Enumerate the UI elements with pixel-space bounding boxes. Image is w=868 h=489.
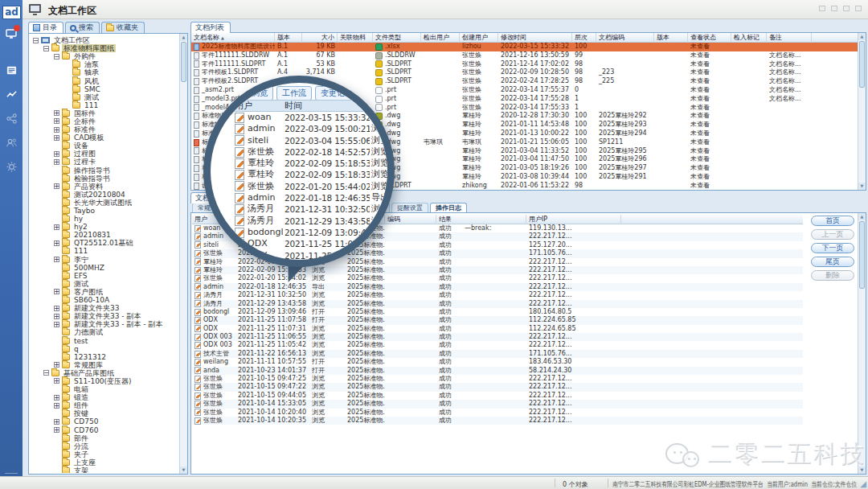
tree-item[interactable]: 设备: [30, 142, 178, 150]
column-header-0[interactable]: 文档名称▲: [191, 33, 275, 43]
tree-item[interactable]: hy: [30, 215, 178, 223]
expand-icon[interactable]: +: [54, 240, 59, 246]
column-header-2[interactable]: 大小: [302, 33, 338, 43]
tree-item[interactable]: 电箱: [30, 385, 178, 393]
settings-icon[interactable]: [4, 159, 18, 174]
expand-icon[interactable]: +: [54, 257, 59, 262]
tree-item[interactable]: +产品资料: [30, 183, 178, 191]
column-header-4[interactable]: 文件类型: [373, 33, 421, 43]
tree-item[interactable]: −外购件: [30, 52, 178, 60]
maximize-button[interactable]: [843, 6, 850, 11]
tree-item[interactable]: +组件: [30, 401, 178, 409]
tree-item[interactable]: +李宁: [30, 256, 178, 264]
tree-item[interactable]: 夹子: [30, 450, 178, 458]
tree-item[interactable]: +新建文件夹33 - 副本: [30, 312, 178, 320]
column-header-6[interactable]: 创建用户: [460, 33, 498, 43]
expand-icon[interactable]: +: [54, 378, 59, 384]
tree-item[interactable]: 测试: [30, 280, 178, 288]
tree-item[interactable]: 支架: [30, 466, 178, 473]
chart-icon[interactable]: [4, 87, 18, 101]
scroll-thumb[interactable]: [859, 221, 865, 289]
tree-item[interactable]: +QT25512.01基础: [30, 239, 178, 247]
column-header-12[interactable]: 检入标记: [731, 33, 767, 43]
tree-item[interactable]: SMC: [30, 85, 178, 93]
library-icon[interactable]: [4, 63, 18, 77]
tree-item[interactable]: +过程卡: [30, 158, 178, 166]
tree-item[interactable]: −基础产品库图纸: [30, 369, 178, 377]
pager-button-首页[interactable]: 首页: [811, 216, 854, 226]
table-row[interactable]: 零件111111.SLDDRWA.167 KB.SLDDRW张世焕2021-12…: [191, 51, 866, 60]
tree-item[interactable]: SB60-10A: [30, 296, 178, 304]
log-row[interactable]: 技术主管2021-11-22 16:56:13浏览2025标准物...成功171…: [192, 350, 803, 358]
scroll-up-icon[interactable]: ▲: [858, 213, 866, 220]
log-row[interactable]: anda2021-10-23 14:01:37打开2025标准物...成功58.…: [192, 367, 803, 375]
log-row[interactable]: ODX 0032021-11-25 11:06:55浏览2025标准物...成功…: [192, 333, 803, 341]
log-row[interactable]: 张世焕2021-10-14 15:33:05浏览2025标准物...成功222.…: [192, 400, 803, 408]
table-row[interactable]: 2025标准物料库图纸设计开...B.119 KB.xlsxlizhou2022…: [191, 43, 866, 51]
left-tab-收藏夹[interactable]: 收藏夹: [101, 22, 145, 33]
tree-item[interactable]: test: [30, 336, 178, 344]
tree-item[interactable]: 111: [30, 247, 178, 255]
tree-item[interactable]: 分流: [30, 442, 178, 450]
log-column-header-6[interactable]: 用户IP: [526, 215, 621, 224]
document-scrollbar[interactable]: ▲ ▼: [858, 33, 866, 190]
column-header-13[interactable]: 备注: [767, 33, 812, 43]
tab-document-list[interactable]: 文档列表: [190, 22, 231, 33]
tree-item[interactable]: +企标件: [30, 117, 178, 125]
users-icon[interactable]: [4, 135, 18, 150]
tree-item[interactable]: 按键: [30, 409, 178, 417]
tree-item[interactable]: 测试20210804: [30, 191, 178, 199]
pager-button-尾页[interactable]: 尾页: [811, 257, 854, 267]
close-button[interactable]: [855, 6, 862, 11]
log-row[interactable]: weilang2021-11-11 10:57:55打开2025标准物...成功…: [192, 358, 803, 366]
tree-item[interactable]: +过程图: [30, 150, 178, 158]
scroll-thumb[interactable]: [181, 42, 186, 82]
tree-item[interactable]: 力德测试: [30, 328, 178, 336]
share-icon[interactable]: [4, 111, 18, 125]
minimize-button[interactable]: [819, 6, 825, 11]
tree-item[interactable]: +CD760: [30, 426, 178, 434]
expand-icon[interactable]: +: [54, 135, 59, 141]
scroll-down-icon[interactable]: ▼: [858, 183, 866, 190]
tree-item[interactable]: +CD750: [30, 417, 178, 425]
left-tab-搜索[interactable]: 搜索: [65, 22, 100, 33]
tree-item[interactable]: 操作指导书: [30, 166, 178, 175]
log-row[interactable]: 汤秀月2021-12-31 10:32:50浏览2025标准物...成功222.…: [192, 291, 803, 299]
scroll-down-icon[interactable]: ▼: [180, 466, 187, 474]
tree-item[interactable]: 111: [30, 101, 178, 109]
expand-icon[interactable]: +: [54, 395, 59, 401]
tree-item[interactable]: +客户图纸: [30, 288, 178, 296]
expand-icon[interactable]: +: [54, 183, 59, 189]
log-row[interactable]: 张世焕2021-10-14 10:20:40浏览2025标准物...成功222.…: [192, 409, 803, 417]
scroll-up-icon[interactable]: ▲: [858, 33, 866, 40]
tree-item[interactable]: +国标件: [30, 109, 178, 117]
column-header-1[interactable]: 版本: [275, 33, 302, 43]
pager-button-下一页[interactable]: 下一页: [811, 243, 854, 253]
tree-item[interactable]: 1231312: [30, 353, 178, 361]
props-tab-提醒设置[interactable]: 提醒设置: [391, 203, 428, 212]
log-row[interactable]: 张世焕2021-10-15 09:44:05浏览2025标准物...成功222.…: [192, 392, 803, 400]
props-tab-操作日志[interactable]: 操作日志: [430, 203, 467, 212]
tree-item[interactable]: +CAD模板: [30, 134, 178, 142]
column-header-3[interactable]: 关联物料: [338, 33, 373, 43]
column-header-9[interactable]: 文档编码: [596, 33, 654, 43]
log-row[interactable]: 汤秀月2021-12-29 13:43:58浏览2025标准物...成功222.…: [192, 300, 803, 308]
tree-scrollbar[interactable]: ▲ ▼: [179, 34, 187, 474]
log-row[interactable]: 张世焕2021-10-15 09:47:25浏览2025标准物...成功222.…: [192, 375, 803, 383]
tree-item[interactable]: +hy2: [30, 223, 178, 231]
log-row[interactable]: 张世焕2021-10-14 10:20:35浏览2025标准物...成功222.…: [192, 417, 803, 425]
tree-item[interactable]: 轴承: [30, 68, 178, 76]
log-row[interactable]: bodongl2021-12-09 13:09:46打开2025标准物...成功…: [192, 308, 803, 316]
expand-icon[interactable]: +: [54, 362, 59, 368]
tree-item[interactable]: 20210831: [30, 231, 178, 239]
tree-item[interactable]: 测试: [30, 93, 178, 101]
tree-item[interactable]: q: [30, 345, 178, 353]
log-row[interactable]: admin2022-01-18 12:46:35导出2025标准物...成功22…: [192, 283, 803, 291]
expand-icon[interactable]: +: [54, 224, 59, 230]
expand-icon[interactable]: +: [54, 151, 59, 157]
resize-grip[interactable]: ◢: [860, 480, 866, 488]
expand-icon[interactable]: +: [54, 110, 59, 116]
tree-item[interactable]: Taybo: [30, 207, 178, 215]
log-row[interactable]: 张世焕2021-10-15 09:47:22浏览2025标准物...成功222.…: [192, 383, 803, 391]
column-header-10[interactable]: 版本: [654, 33, 688, 43]
